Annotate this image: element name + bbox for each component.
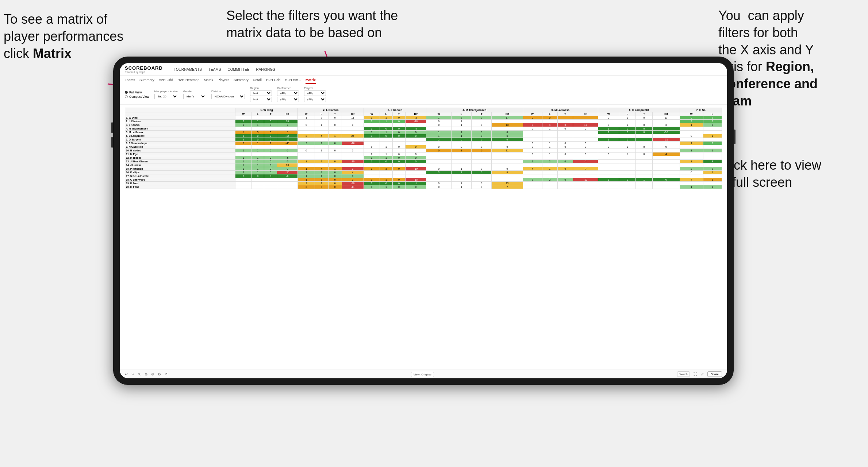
matrix-cell [652, 182, 680, 185]
matrix-cell [542, 171, 557, 174]
matrix-cell: 0 [472, 123, 492, 127]
conference-select-y[interactable]: (All) [277, 97, 299, 102]
matrix-cell: 0 [426, 149, 452, 153]
tab-h2h-grid[interactable]: H2H Grid [159, 78, 173, 84]
refresh-icon[interactable]: ↺ [165, 372, 168, 376]
matrix-cell: 2 [542, 160, 557, 163]
sub-l6: L [619, 112, 636, 116]
tab-h2h-heatmap[interactable]: H2H Heatmap [177, 78, 199, 84]
ann-left-line3: click [4, 46, 33, 61]
matrix-cell: 1 [703, 171, 722, 174]
matrix-cell: -1 [406, 182, 426, 185]
matrix-cell: 0 [392, 182, 405, 185]
matrix-cell: 0 [328, 185, 342, 189]
nav-rankings[interactable]: RANKINGS [256, 66, 275, 73]
matrix-cell [523, 163, 542, 167]
matrix-cell [542, 185, 557, 189]
full-view-radio[interactable]: Full View [125, 90, 149, 94]
settings-icon[interactable]: ⚙ [158, 372, 161, 376]
matrix-cell [598, 171, 619, 174]
matrix-cell: 0 [426, 123, 452, 127]
matrix-content[interactable]: 1. W Ding 2. L Clanton 3. J Koivun 4. M … [120, 105, 727, 370]
cursor-icon[interactable]: ↖ [138, 372, 141, 376]
gender-select[interactable]: Men's Women's [183, 94, 206, 99]
toolbar-left: ↩ ↪ ↖ ⊕ ⊖ ⚙ ↺ [125, 372, 168, 376]
matrix-cell: 0 [392, 134, 405, 138]
share-btn[interactable]: Share [707, 371, 722, 377]
conference-select-x[interactable]: (All) [277, 90, 299, 96]
matrix-cell [619, 171, 636, 174]
tab-matrix[interactable]: Matrix [204, 78, 213, 84]
matrix-cell [598, 156, 619, 160]
matrix-cell: 0 [557, 167, 573, 171]
ann-left-bold: Matrix [33, 46, 72, 61]
tablet-power-button[interactable] [734, 130, 736, 144]
tablet-volume-down-button[interactable] [111, 137, 113, 148]
matrix-cell [235, 182, 251, 185]
matrix-cell: 0 [598, 123, 619, 127]
matrix-cell [472, 142, 492, 145]
max-players-select[interactable]: Top 25 Top 50 All [154, 94, 178, 99]
undo-icon[interactable]: ↩ [125, 372, 128, 376]
matrix-cell [557, 185, 573, 189]
compact-view-radio[interactable]: Compact View [125, 95, 149, 99]
tab-summary[interactable]: Summary [139, 78, 154, 84]
matrix-cell: 2 [703, 116, 722, 120]
matrix-cell: 0 [251, 134, 264, 138]
matrix-cell [619, 142, 636, 145]
redo-icon[interactable]: ↪ [131, 372, 134, 376]
view-original-btn[interactable]: View: Original [411, 372, 434, 377]
matrix-cell: 3 [598, 178, 619, 182]
matrix-cell: 1 [452, 131, 472, 134]
matrix-cell [342, 156, 364, 160]
matrix-cell: -5 [406, 127, 426, 131]
players-select-x[interactable]: (All) [304, 90, 326, 96]
zoom-in-icon[interactable]: ⊕ [145, 372, 147, 376]
matrix-cell [703, 174, 722, 178]
nav-committee[interactable]: COMMITTEE [227, 66, 249, 73]
nav-tournaments[interactable]: TOURNAMENTS [174, 66, 202, 73]
tab-matrix-active[interactable]: Matrix [306, 78, 316, 84]
matrix-cell [392, 138, 405, 142]
matrix-cell: 1 [298, 174, 315, 178]
matrix-cell [523, 171, 542, 174]
matrix-cell: 0 [264, 138, 277, 142]
matrix-cell: 0 [392, 160, 405, 163]
matrix-cell: 0 [452, 138, 472, 142]
matrix-cell [364, 142, 380, 145]
matrix-cell: 3 [315, 178, 328, 182]
zoom-out-icon[interactable]: ⊖ [151, 372, 154, 376]
players-select-y[interactable]: (All) [304, 97, 326, 102]
fullscreen-icon[interactable]: ⤢ [701, 372, 704, 376]
matrix-cell [557, 134, 573, 138]
tab-summary2[interactable]: Summary [234, 78, 249, 84]
matrix-cell [557, 174, 573, 178]
tablet-volume-up-button[interactable] [111, 122, 113, 133]
matrix-cell: 11 [342, 116, 364, 120]
region-select-y[interactable]: N/A [250, 97, 272, 102]
tab-h2h-grid2[interactable]: H2H Grid [266, 78, 281, 84]
matrix-cell [406, 163, 426, 167]
sub-dif3: Dif [406, 112, 426, 116]
matrix-cell: 0 [472, 171, 492, 174]
matrix-cell: 0 [680, 134, 703, 138]
screen-icon[interactable]: ⛶ [694, 372, 697, 376]
matrix-cell [652, 156, 680, 160]
matrix-cell: 0 [523, 116, 542, 120]
tab-detail[interactable]: Detail [253, 78, 262, 84]
matrix-cell [315, 153, 328, 156]
matrix-cell [652, 163, 680, 167]
matrix-cell: 1 [364, 160, 380, 163]
matrix-cell: 1 [452, 149, 472, 153]
region-select-x[interactable]: N/A [250, 90, 272, 96]
division-select[interactable]: NCAA Division I NCAA Division II NCAA Di… [211, 94, 245, 99]
tab-players[interactable]: Players [218, 78, 229, 84]
watch-btn[interactable]: Watch [677, 371, 690, 377]
matrix-cell [557, 182, 573, 185]
tab-h2hm[interactable]: H2H Hm... [285, 78, 301, 84]
matrix-cell: 0 [264, 134, 277, 138]
matrix-cell [364, 138, 380, 142]
tab-teams[interactable]: Teams [125, 78, 135, 84]
nav-teams[interactable]: TEAMS [208, 66, 221, 73]
matrix-cell: 2 [452, 116, 472, 120]
